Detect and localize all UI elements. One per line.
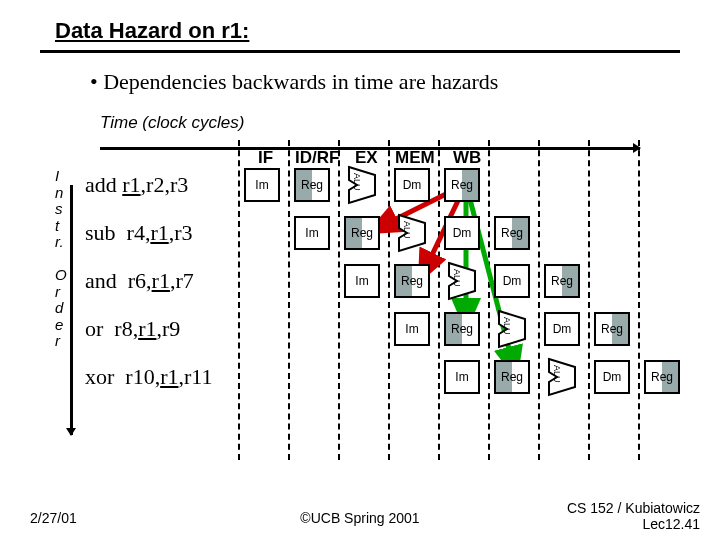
- stage-box-im: Im: [294, 216, 330, 250]
- stage-box-reg-read: Reg: [344, 216, 380, 250]
- footer-copyright: ©UCB Spring 2001: [300, 510, 419, 526]
- stage-divider: [288, 140, 290, 460]
- order-arrow: [70, 185, 73, 435]
- stage-divider: [538, 140, 540, 460]
- stage-wb: WB: [453, 148, 481, 168]
- stage-id: ID/RF: [295, 148, 339, 168]
- stage-divider: [488, 140, 490, 460]
- footer-course: CS 152 / KubiatowiczLec12.41: [567, 500, 700, 532]
- stage-divider: [338, 140, 340, 460]
- alu-label: ALU: [552, 365, 562, 383]
- alu-label: ALU: [502, 317, 512, 335]
- stage-box-dm: Dm: [594, 360, 630, 394]
- alu-label: ALU: [402, 221, 412, 239]
- stage-box-im: Im: [394, 312, 430, 346]
- page-title: Data Hazard on r1:: [55, 18, 249, 43]
- stage-if: IF: [258, 148, 273, 168]
- instruction-xor: xor r10,r1,r11: [85, 364, 213, 390]
- stage-box-reg-write: Reg: [494, 216, 530, 250]
- stage-box-im: Im: [244, 168, 280, 202]
- stage-box-reg-read: Reg: [394, 264, 430, 298]
- stage-divider: [638, 140, 640, 460]
- stage-box-reg-write: Reg: [544, 264, 580, 298]
- bullet-text: • Dependencies backwards in time are haz…: [0, 53, 720, 95]
- stage-box-reg-write: Reg: [594, 312, 630, 346]
- stage-divider: [388, 140, 390, 460]
- stage-mem: MEM: [395, 148, 435, 168]
- stage-box-dm: Dm: [394, 168, 430, 202]
- alu-label: ALU: [352, 173, 362, 191]
- stage-divider: [438, 140, 440, 460]
- alu-label: ALU: [452, 269, 462, 287]
- stage-divider: [588, 140, 590, 460]
- instruction-sub: sub r4,r1,r3: [85, 220, 193, 246]
- instruction-or: or r8,r1,r9: [85, 316, 180, 342]
- stage-box-reg-read: Reg: [494, 360, 530, 394]
- stage-box-dm: Dm: [494, 264, 530, 298]
- stage-box-reg-write: Reg: [644, 360, 680, 394]
- instruction-add: add r1,r2,r3: [85, 172, 188, 198]
- instruction-and: and r6,r1,r7: [85, 268, 194, 294]
- time-axis-label: Time (clock cycles): [0, 95, 720, 133]
- stage-box-reg-read: Reg: [294, 168, 330, 202]
- stage-box-dm: Dm: [544, 312, 580, 346]
- stage-box-dm: Dm: [444, 216, 480, 250]
- instr-order-label: Instr. Order: [55, 168, 67, 350]
- stage-box-reg-write: Reg: [444, 168, 480, 202]
- footer-date: 2/27/01: [30, 510, 77, 526]
- stage-box-im: Im: [344, 264, 380, 298]
- stage-box-reg-read: Reg: [444, 312, 480, 346]
- stage-divider: [238, 140, 240, 460]
- pipeline-diagram: Instr. Order IF ID/RF EX MEM WB ImRegALU…: [0, 140, 720, 460]
- stage-box-im: Im: [444, 360, 480, 394]
